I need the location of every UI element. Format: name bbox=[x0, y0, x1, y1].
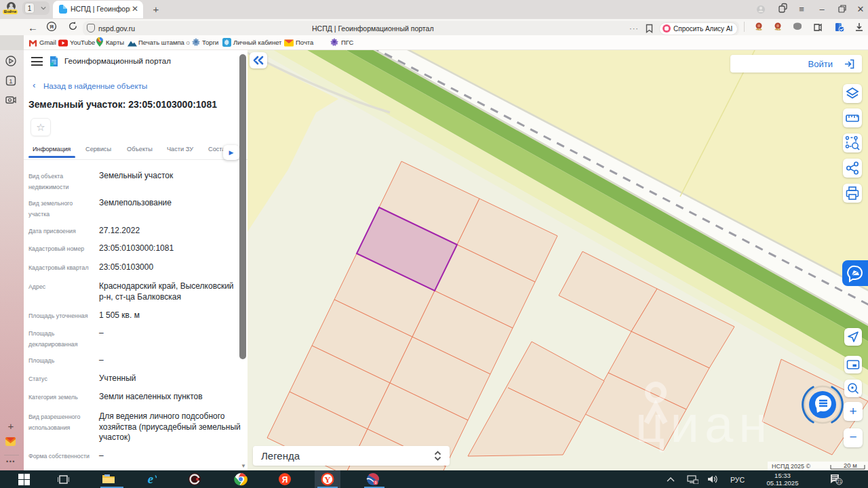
svg-text:e: e bbox=[148, 472, 154, 486]
svg-text:циан: циан bbox=[635, 395, 772, 453]
svg-text:Я: Я bbox=[282, 475, 288, 485]
svg-text:1: 1 bbox=[9, 77, 12, 85]
svg-text:Y: Y bbox=[324, 474, 331, 485]
svg-text:9: 9 bbox=[374, 481, 376, 485]
svg-text:20 м: 20 м bbox=[844, 462, 857, 469]
svg-text:21: 21 bbox=[837, 479, 842, 484]
svg-text:Я: Я bbox=[50, 24, 54, 30]
